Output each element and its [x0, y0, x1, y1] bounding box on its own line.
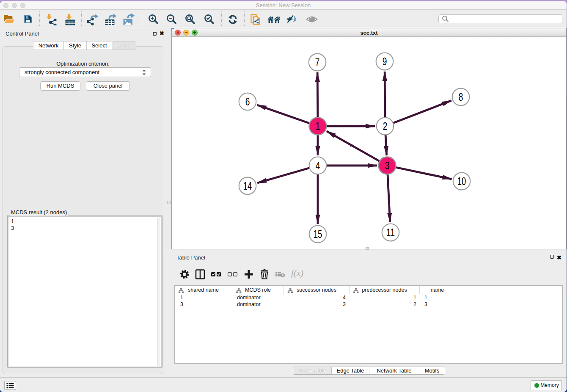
- svg-text:3: 3: [385, 160, 390, 171]
- svg-text:11: 11: [386, 226, 395, 238]
- svg-text:10: 10: [457, 175, 466, 187]
- svg-text:15: 15: [314, 228, 322, 240]
- svg-text:2: 2: [383, 120, 388, 132]
- svg-text:9: 9: [383, 55, 387, 67]
- svg-text:7: 7: [315, 56, 320, 68]
- svg-text:4: 4: [316, 160, 320, 171]
- svg-text:14: 14: [243, 180, 252, 192]
- svg-text:1: 1: [316, 120, 320, 132]
- svg-text:6: 6: [245, 96, 250, 108]
- svg-text:8: 8: [459, 91, 463, 103]
